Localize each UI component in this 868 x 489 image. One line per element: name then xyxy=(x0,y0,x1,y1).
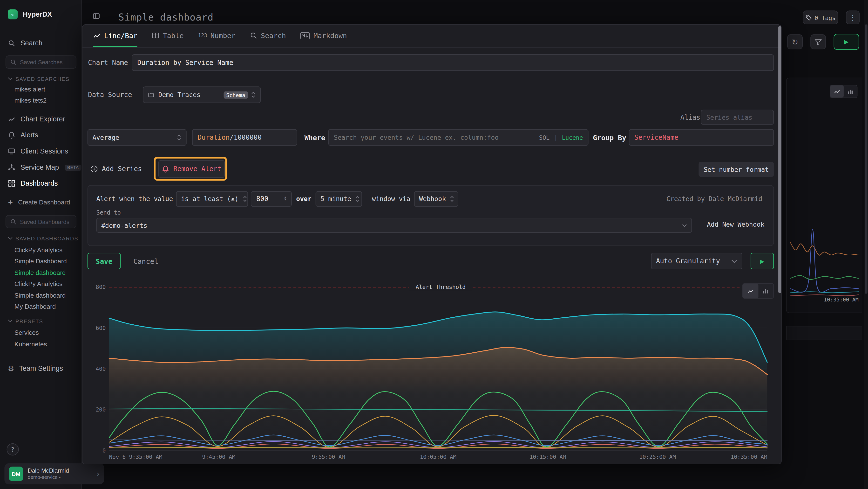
set-number-format-button[interactable]: Set number format xyxy=(699,162,774,177)
presets-heading[interactable]: PRESETS xyxy=(0,316,82,325)
create-dashboard-button[interactable]: + Create Dashboard xyxy=(0,196,82,208)
line-chart-icon[interactable] xyxy=(743,284,758,298)
beta-badge: BETA xyxy=(65,164,81,170)
alert-condition-select[interactable]: is at least (≥) xyxy=(176,191,248,207)
tab-line-bar[interactable]: Line/Bar xyxy=(93,25,137,47)
svg-text:10:15:00 AM: 10:15:00 AM xyxy=(529,454,566,460)
save-button[interactable]: Save xyxy=(88,253,121,269)
gear-icon: ⚙ xyxy=(8,365,14,373)
number-123-icon: 123 xyxy=(198,33,207,38)
background-chart-toggle[interactable] xyxy=(830,85,858,98)
play-icon: ▶ xyxy=(760,258,765,264)
page-scrollbar-thumb[interactable] xyxy=(865,24,867,294)
run-chart-button[interactable]: ▶ xyxy=(751,253,774,269)
send-to-label: Send to xyxy=(96,209,121,216)
saved-dashboards-input[interactable] xyxy=(20,219,70,225)
background-panel-row xyxy=(786,326,862,340)
user-subtitle: demo-service - xyxy=(28,474,69,481)
svg-text:600: 600 xyxy=(96,325,105,331)
where-search-input[interactable]: SQL | Lucene xyxy=(328,129,588,146)
lucene-query-input[interactable] xyxy=(334,134,534,141)
dashboard-item[interactable]: ClickPy Analytics xyxy=(0,244,82,255)
data-source-select[interactable]: Demo Traces Schema xyxy=(143,86,261,103)
filter-button[interactable] xyxy=(810,34,826,49)
panel-toggle-icon[interactable] xyxy=(92,11,100,22)
bar-chart-icon[interactable] xyxy=(758,284,773,298)
sql-toggle[interactable]: SQL xyxy=(539,134,550,141)
svg-text:9:55:00 AM: 9:55:00 AM xyxy=(312,454,345,460)
header-kebab-button[interactable]: ⋮ xyxy=(846,10,860,24)
app-root: Simple dashboard 0 Tags ⋮ ↻ ▶ 10:35:00 A… xyxy=(0,0,868,489)
sidebar-item-chart-explorer[interactable]: Chart Explorer xyxy=(0,112,82,126)
sidebar-item-service-map[interactable]: Service Map BETA xyxy=(0,160,82,175)
preset-item[interactable]: Kubernetes xyxy=(0,339,82,349)
add-new-webhook-link[interactable]: Add New Webhook xyxy=(707,221,764,228)
sidebar-item-team-settings[interactable]: ⚙ Team Settings xyxy=(0,361,82,376)
dashboard-item[interactable]: Simple Dashboard xyxy=(0,255,82,266)
tags-button[interactable]: 0 Tags xyxy=(803,10,838,24)
sidebar-item-dashboards[interactable]: Dashboards xyxy=(0,176,82,191)
app-logo[interactable]: ⌁ HyperDX xyxy=(0,8,82,21)
tab-markdown[interactable]: Markdown xyxy=(300,25,347,47)
chevron-right-icon: › xyxy=(97,470,100,478)
select-chevrons-icon xyxy=(450,195,455,203)
dashboard-item[interactable]: ClickPy Analytics xyxy=(0,278,82,289)
tab-search[interactable]: Search xyxy=(250,25,286,47)
select-chevrons-icon xyxy=(177,134,182,141)
chart-editor-modal: Line/Bar Table 123 Number Search Markdow… xyxy=(82,24,782,464)
alert-config-panel: Alert when the value is at least (≥) 800… xyxy=(88,185,774,246)
caret-down-icon[interactable]: ▾ xyxy=(284,199,286,201)
alert-threshold-input[interactable]: 800 ▴ ▾ xyxy=(251,191,292,207)
search-icon xyxy=(250,32,257,39)
lucene-toggle[interactable]: Lucene xyxy=(562,134,583,141)
table-icon xyxy=(152,32,160,39)
saved-dashboards-search[interactable] xyxy=(5,215,76,228)
saved-search-item[interactable]: mikes tets2 xyxy=(0,95,82,105)
page-scrollbar[interactable] xyxy=(864,0,868,489)
dashboard-item[interactable]: Simple dashboard xyxy=(0,290,82,300)
saved-search-item[interactable]: mikes alert xyxy=(0,84,82,94)
refresh-button[interactable]: ↻ xyxy=(787,34,803,49)
add-series-button[interactable]: Add Series xyxy=(90,161,142,177)
number-stepper[interactable]: ▴ ▾ xyxy=(284,197,286,201)
tab-table[interactable]: Table xyxy=(152,25,184,47)
user-card[interactable]: DM Dale McDiarmid demo-service - › xyxy=(4,463,104,484)
granularity-select[interactable]: Auto Granularity xyxy=(651,253,742,269)
refresh-icon: ↻ xyxy=(792,37,798,46)
help-button[interactable]: ? xyxy=(7,443,19,456)
sidebar-item-alerts[interactable]: Alerts xyxy=(0,128,82,142)
tab-number[interactable]: 123 Number xyxy=(198,25,236,47)
where-label: Where xyxy=(305,129,325,146)
run-query-button[interactable]: ▶ xyxy=(834,34,859,50)
saved-searches-input[interactable] xyxy=(20,59,70,65)
chart-name-input[interactable] xyxy=(132,54,774,71)
tags-count: 0 Tags xyxy=(815,14,836,21)
saved-dashboards-heading[interactable]: SAVED DASHBOARDS xyxy=(0,234,82,243)
saved-searches-heading[interactable]: SAVED SEARCHES xyxy=(0,74,82,83)
alias-input[interactable] xyxy=(701,110,774,125)
alert-channel-select[interactable]: Webhook xyxy=(414,191,458,207)
sidebar-item-client-sessions[interactable]: Client Sessions xyxy=(0,144,82,159)
plus-circle-icon xyxy=(90,165,98,173)
chart-type-toggle[interactable] xyxy=(742,283,774,298)
modal-scrollbar[interactable] xyxy=(778,26,781,293)
alert-window-select[interactable]: 5 minute xyxy=(316,191,362,207)
dashboard-item-active[interactable]: Simple dashboard xyxy=(0,267,82,278)
chevron-down-icon xyxy=(682,224,687,227)
field-input[interactable]: Duration/1000000 xyxy=(192,129,297,146)
sidebar-item-search[interactable]: Search xyxy=(0,37,82,50)
group-by-input[interactable]: ServiceName xyxy=(629,129,774,146)
svg-text:10:25:00 AM: 10:25:00 AM xyxy=(639,454,676,460)
kebab-icon: ⋮ xyxy=(849,13,857,22)
chevron-down-icon xyxy=(8,319,13,322)
line-chart-icon[interactable] xyxy=(830,85,844,98)
search-icon xyxy=(8,39,16,47)
remove-alert-button[interactable]: Remove Alert xyxy=(158,160,225,178)
dashboard-item[interactable]: My Dashboard xyxy=(0,301,82,312)
aggregation-select[interactable]: Average xyxy=(88,129,187,146)
saved-searches-search[interactable] xyxy=(5,56,76,69)
send-to-select[interactable]: #demo-alerts xyxy=(96,218,692,233)
cancel-button[interactable]: Cancel xyxy=(133,253,158,269)
preset-item[interactable]: Services xyxy=(0,327,82,338)
bar-chart-icon[interactable] xyxy=(844,85,857,98)
